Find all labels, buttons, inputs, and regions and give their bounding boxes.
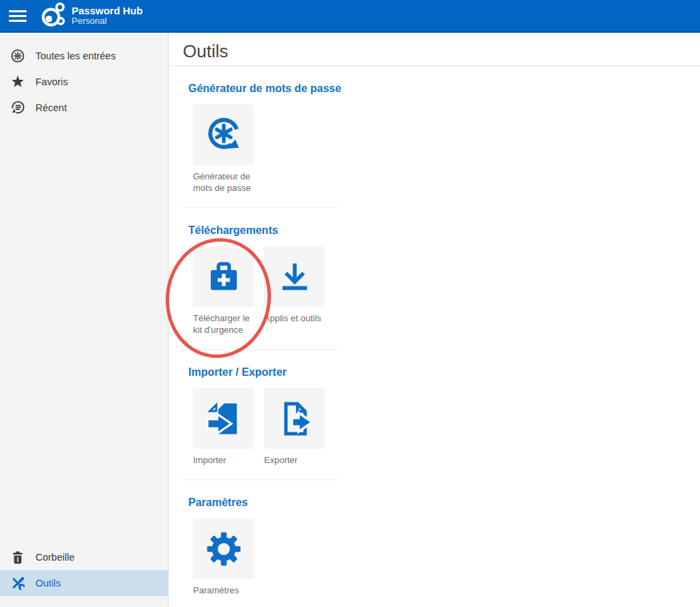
sidebar-item-all-entries[interactable]: Toutes les entrées bbox=[0, 43, 168, 69]
tools-icon bbox=[10, 576, 25, 591]
app-edition: Personal bbox=[72, 16, 143, 26]
tile-label: Paramètres bbox=[193, 584, 260, 596]
sidebar-item-label: Toutes les entrées bbox=[35, 50, 116, 61]
section-settings: Paramètres Paramètres bbox=[169, 497, 700, 596]
section-divider bbox=[182, 207, 338, 208]
main-content: Outils Générateur de mots de passe Génér… bbox=[169, 33, 700, 607]
tile-card-settings: Paramètres bbox=[193, 518, 254, 596]
sidebar-item-label: Corbeille bbox=[35, 552, 74, 563]
sidebar-top-group: Toutes les entrées Favoris Récent bbox=[0, 33, 168, 121]
section-downloads: Téléchargements Télécharger le kit d'urg… bbox=[169, 224, 700, 350]
all-entries-icon bbox=[10, 48, 25, 63]
import-icon bbox=[205, 400, 242, 437]
sidebar-item-trash[interactable]: Corbeille bbox=[0, 544, 168, 570]
tile-emergency-kit[interactable] bbox=[193, 246, 254, 307]
hub-bubbles-icon bbox=[40, 1, 68, 30]
tile-label: Télécharger le kit d'urgence bbox=[193, 312, 260, 336]
tile-card-import: Importer bbox=[193, 388, 254, 466]
tile-settings[interactable] bbox=[193, 518, 254, 579]
page-title: Outils bbox=[183, 41, 700, 61]
sidebar: Toutes les entrées Favoris Récent bbox=[0, 33, 169, 607]
sidebar-item-favorites[interactable]: Favoris bbox=[0, 69, 168, 95]
tile-label: Applis et outils bbox=[264, 312, 331, 324]
section-heading: Importer / Exporter bbox=[188, 366, 700, 379]
download-icon bbox=[276, 258, 313, 295]
tile-password-generator[interactable] bbox=[193, 104, 254, 165]
tile-label: Importer bbox=[193, 454, 260, 466]
tile-card-password-generator: Générateur de mots de passe bbox=[193, 104, 254, 194]
sidebar-item-label: Favoris bbox=[35, 76, 68, 87]
sidebar-item-label: Récent bbox=[35, 102, 67, 113]
emergency-kit-icon bbox=[205, 258, 242, 295]
section-heading: Téléchargements bbox=[188, 224, 700, 237]
tile-apps-tools[interactable] bbox=[264, 246, 325, 307]
trash-icon bbox=[10, 550, 25, 565]
tile-export[interactable] bbox=[264, 388, 325, 449]
section-heading: Paramètres bbox=[188, 497, 700, 509]
password-hub-logo bbox=[40, 1, 68, 30]
sidebar-item-recent[interactable]: Récent bbox=[0, 95, 168, 121]
tile-card-emergency-kit: Télécharger le kit d'urgence bbox=[193, 246, 254, 336]
export-icon bbox=[276, 400, 313, 437]
password-generator-icon bbox=[205, 116, 243, 154]
topbar: Password Hub Personal bbox=[0, 0, 700, 33]
sidebar-item-tools[interactable]: Outils bbox=[0, 570, 168, 596]
star-icon bbox=[10, 74, 25, 89]
section-heading: Générateur de mots de passe bbox=[188, 83, 700, 95]
app-title-block: Password Hub Personal bbox=[72, 5, 143, 26]
section-divider bbox=[182, 479, 338, 480]
hamburger-menu-icon[interactable] bbox=[9, 8, 27, 25]
recent-icon bbox=[10, 100, 25, 115]
tile-import[interactable] bbox=[193, 388, 254, 449]
tile-label: Générateur de mots de passe bbox=[193, 171, 260, 194]
app-name: Password Hub bbox=[72, 5, 143, 16]
tile-card-export: Exporter bbox=[264, 388, 325, 466]
sidebar-item-label: Outils bbox=[35, 578, 61, 589]
tile-label: Exporter bbox=[264, 454, 331, 466]
tile-card-apps-tools: Applis et outils bbox=[264, 246, 325, 336]
section-divider bbox=[182, 349, 338, 350]
section-password-generator: Générateur de mots de passe Générateur d… bbox=[169, 83, 700, 208]
section-import-export: Importer / Exporter Importer bbox=[169, 366, 700, 480]
title-divider bbox=[169, 65, 700, 66]
sidebar-bottom-group: Corbeille Outils bbox=[0, 544, 168, 596]
settings-icon bbox=[205, 530, 243, 568]
